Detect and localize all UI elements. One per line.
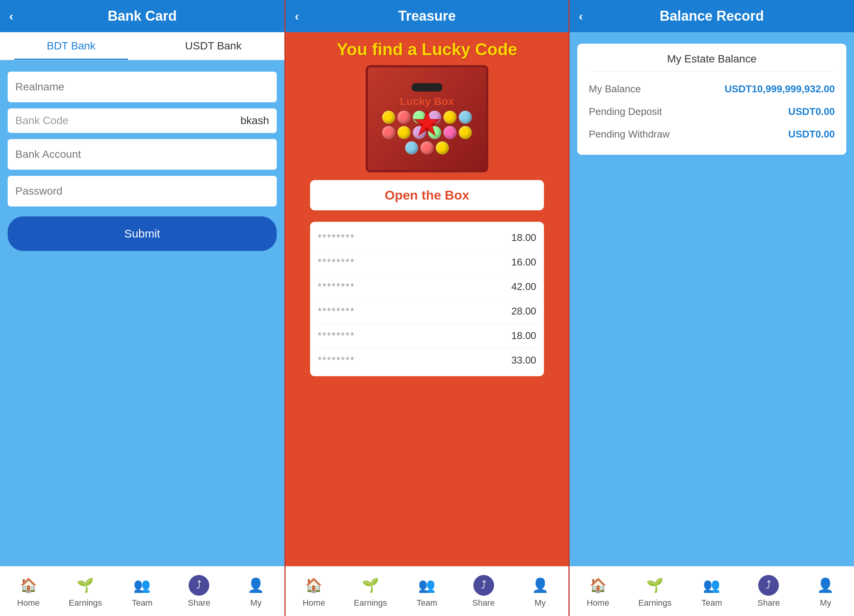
bank-code-label: Bank Code — [15, 115, 240, 127]
nav-earnings-1[interactable]: 🌱 Earnings — [66, 575, 105, 608]
balance-row-2: Pending Deposit USDT0.00 — [589, 100, 835, 123]
record-row: ******** 42.00 — [318, 275, 536, 299]
nav-share-label-2: Share — [472, 598, 495, 608]
team-icon-1: 👥 — [132, 575, 153, 596]
ball — [436, 141, 449, 154]
balance-record-panel: ‹ Balance Record My Estate Balance My Ba… — [570, 0, 854, 616]
submit-button[interactable]: Submit — [8, 216, 277, 251]
bank-card-header: ‹ Bank Card — [0, 0, 284, 32]
nav-home-3[interactable]: 🏠 Home — [579, 575, 617, 608]
estate-card: My Estate Balance My Balance USDT10,999,… — [577, 44, 846, 155]
password-field[interactable] — [8, 176, 277, 206]
treasure-back-button[interactable]: ‹ — [295, 9, 299, 23]
home-icon: 🏠 — [18, 575, 39, 596]
realname-field[interactable] — [8, 72, 277, 102]
ball — [382, 126, 395, 139]
nav-my-label-3: My — [820, 598, 831, 608]
record-amount-5: 33.00 — [511, 354, 536, 366]
bank-account-field[interactable] — [8, 139, 277, 170]
balance-record-header: ‹ Balance Record — [570, 0, 854, 32]
record-amount-1: 16.00 — [511, 256, 536, 268]
my-icon-3: 👤 — [815, 575, 836, 596]
ball — [382, 111, 395, 124]
earnings-icon-2: 🌱 — [360, 575, 381, 596]
record-row: ******** 16.00 — [318, 250, 536, 275]
nav-home-label-3: Home — [587, 598, 609, 608]
record-amount-3: 28.00 — [511, 305, 536, 317]
ball — [443, 111, 457, 124]
bank-card-form: Bank Code bkash Submit — [0, 60, 284, 266]
nav-home-2[interactable]: 🏠 Home — [295, 575, 333, 608]
treasure-title: Treasure — [398, 8, 456, 24]
record-row: ******** 33.00 — [318, 348, 536, 372]
ball — [397, 111, 411, 124]
nav-team-2[interactable]: 👥 Team — [408, 575, 446, 608]
team-icon-2: 👥 — [417, 575, 437, 596]
nav-share-label-1: Share — [188, 598, 210, 608]
nav-share-label-3: Share — [757, 598, 780, 608]
balance-label-3: Pending Withdraw — [589, 128, 670, 140]
nav-team-label-2: Team — [417, 598, 437, 608]
balance-value-1: USDT10,999,999,932.00 — [724, 83, 835, 95]
record-row: ******** 18.00 — [318, 324, 536, 348]
nav-earnings-label-2: Earnings — [354, 598, 387, 608]
team-icon-3: 👥 — [701, 575, 722, 596]
balance-content: My Estate Balance My Balance USDT10,999,… — [570, 32, 854, 166]
ball — [420, 141, 434, 154]
nav-team-1[interactable]: 👥 Team — [123, 575, 161, 608]
nav-my-label-1: My — [250, 598, 261, 608]
open-box-button[interactable]: Open the Box — [310, 180, 544, 210]
nav-earnings-2[interactable]: 🌱 Earnings — [351, 575, 389, 608]
balance-record-title: Balance Record — [660, 8, 764, 24]
record-row: ******** 18.00 — [318, 226, 536, 250]
bank-card-title: Bank Card — [108, 8, 177, 24]
nav-earnings-3[interactable]: 🌱 Earnings — [636, 575, 674, 608]
starburst-icon — [412, 108, 442, 139]
treasure-content: You find a Lucky Code Lucky Box Open the… — [286, 32, 568, 616]
nav-share-1[interactable]: ⤴ Share — [180, 575, 218, 608]
treasure-records-table: ******** 18.00 ******** 16.00 ******** 4… — [310, 222, 544, 376]
nav-earnings-label-1: Earnings — [69, 598, 102, 608]
nav-team-3[interactable]: 👥 Team — [693, 575, 731, 608]
tab-bdt-bank[interactable]: BDT Bank — [0, 32, 142, 60]
my-icon-2: 👤 — [530, 575, 550, 596]
bank-code-value: bkash — [240, 115, 269, 127]
nav-team-label-3: Team — [701, 598, 722, 608]
share-icon-1: ⤴ — [189, 575, 209, 596]
ball — [397, 126, 411, 139]
share-icon-3: ⤴ — [758, 575, 779, 596]
lucky-box: Lucky Box — [366, 65, 488, 172]
record-row: ******** 28.00 — [318, 299, 536, 324]
lucky-box-slot — [412, 83, 442, 92]
nav-my-2[interactable]: 👤 My — [521, 575, 559, 608]
balance-row-3: Pending Withdraw USDT0.00 — [589, 123, 835, 146]
nav-team-label-1: Team — [132, 598, 153, 608]
earnings-icon-3: 🌱 — [645, 575, 665, 596]
nav-my-label-2: My — [535, 598, 546, 608]
bank-card-back-button[interactable]: ‹ — [9, 9, 13, 23]
record-stars-1: ******** — [318, 256, 355, 268]
nav-share-2[interactable]: ⤴ Share — [465, 575, 503, 608]
record-stars-0: ******** — [318, 232, 355, 244]
panel1-bottom-nav: 🏠 Home 🌱 Earnings 👥 Team ⤴ Share 👤 My — [0, 566, 284, 616]
earnings-icon: 🌱 — [75, 575, 96, 596]
nav-home-label-2: Home — [302, 598, 325, 608]
home-icon-3: 🏠 — [588, 575, 608, 596]
nav-home-1[interactable]: 🏠 Home — [9, 575, 48, 608]
balance-back-button[interactable]: ‹ — [579, 9, 583, 23]
record-stars-4: ******** — [318, 330, 355, 342]
balance-label-1: My Balance — [589, 83, 641, 95]
home-icon-2: 🏠 — [304, 575, 324, 596]
treasure-panel: ‹ Treasure You find a Lucky Code Lucky B… — [284, 0, 570, 616]
balance-value-3: USDT0.00 — [788, 128, 835, 140]
ball — [459, 126, 472, 139]
bank-card-panel: ‹ Bank Card BDT Bank USDT Bank Bank Code… — [0, 0, 284, 616]
nav-share-3[interactable]: ⤴ Share — [749, 575, 788, 608]
nav-my-3[interactable]: 👤 My — [806, 575, 845, 608]
tab-usdt-bank[interactable]: USDT Bank — [142, 32, 284, 60]
nav-my-1[interactable]: 👤 My — [237, 575, 275, 608]
balance-label-2: Pending Deposit — [589, 106, 662, 118]
nav-earnings-label-3: Earnings — [638, 598, 672, 608]
lucky-code-title: You find a Lucky Code — [337, 40, 517, 59]
panel2-bottom-nav: 🏠 Home 🌱 Earnings 👥 Team ⤴ Share 👤 My — [286, 566, 568, 616]
